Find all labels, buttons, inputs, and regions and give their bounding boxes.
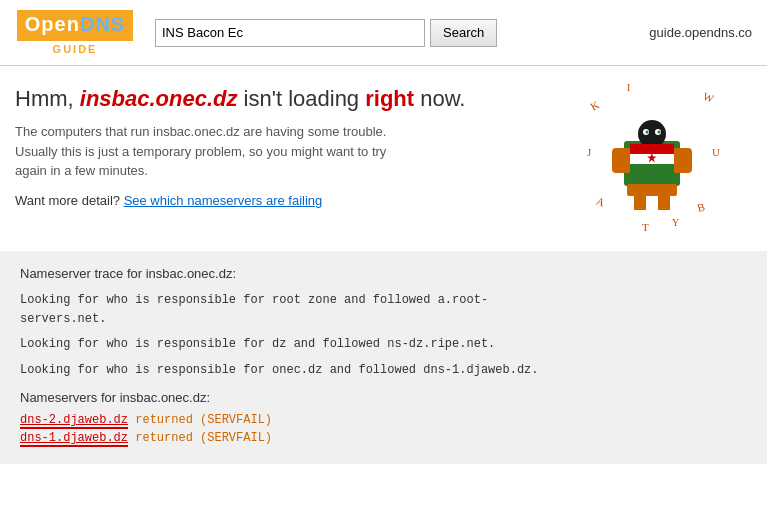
ns-error-2-result: returned (SERVFAIL) <box>128 431 272 445</box>
svg-text:K: K <box>588 98 601 112</box>
right-word: right <box>365 86 414 111</box>
main-content: Hmm, insbac.onec.dz isn't loading right … <box>0 66 767 236</box>
svg-rect-9 <box>630 144 674 154</box>
ns-error-2: dns-1.djaweb.dz returned (SERVFAIL) <box>20 431 747 445</box>
trace-lines: Looking for who is responsible for root … <box>20 291 747 380</box>
svg-point-6 <box>646 131 649 134</box>
description-text: The computers that run insbac.onec.dz ar… <box>15 122 395 181</box>
svg-rect-23 <box>634 194 646 210</box>
dns2-link[interactable]: dns-2.djaweb.dz <box>20 413 128 429</box>
svg-rect-2 <box>672 148 692 173</box>
svg-text:U: U <box>712 146 720 158</box>
svg-text:Y: Y <box>672 217 679 228</box>
svg-text:T: T <box>642 221 649 233</box>
dns1-link[interactable]: dns-1.djaweb.dz <box>20 431 128 447</box>
ns-error-1: dns-2.djaweb.dz returned (SERVFAIL) <box>20 413 747 427</box>
opendns-logo-svg: K W J U A B T I Y <box>572 76 732 236</box>
guide-link-label: guide.opendns.co <box>649 25 752 40</box>
trace-line-2: Looking for who is responsible for dz an… <box>20 335 747 354</box>
trace-line-1: Looking for who is responsible for root … <box>20 291 747 329</box>
trace-box: Nameserver trace for insbac.onec.dz: Loo… <box>0 251 767 464</box>
header: OpenDNS GUIDE Search guide.opendns.co <box>0 0 767 66</box>
svg-rect-24 <box>658 194 670 210</box>
trace-line-3: Looking for who is responsible for onec.… <box>20 361 747 380</box>
ns-section-title: Nameservers for insbac.onec.dz: <box>20 390 747 405</box>
logo-guide-text: GUIDE <box>53 43 98 55</box>
title-mid: isn't loading <box>237 86 365 111</box>
svg-point-3 <box>638 120 666 148</box>
more-detail-prefix: Want more detail? <box>15 193 124 208</box>
title-suffix: now. <box>414 86 465 111</box>
svg-text:J: J <box>587 146 592 158</box>
svg-rect-11 <box>630 164 674 174</box>
svg-text:A: A <box>595 195 607 209</box>
more-detail: Want more detail? See which nameservers … <box>15 193 552 208</box>
right-logo: K W J U A B T I Y <box>552 76 752 236</box>
guide-link[interactable]: guide.opendns.co <box>649 25 752 40</box>
svg-text:B: B <box>696 201 706 214</box>
left-content: Hmm, insbac.onec.dz isn't loading right … <box>15 86 552 228</box>
title-prefix: Hmm, <box>15 86 80 111</box>
svg-text:W: W <box>702 90 716 105</box>
ns-error-1-result: returned (SERVFAIL) <box>128 413 272 427</box>
logo-box: OpenDNS <box>17 10 133 41</box>
guide-link-area: guide.opendns.co <box>649 25 752 40</box>
search-area: Search <box>155 19 649 47</box>
svg-rect-1 <box>612 148 632 173</box>
domain-name: insbac.onec.dz <box>80 86 238 111</box>
logo-text: OpenDNS <box>25 13 125 35</box>
search-button[interactable]: Search <box>430 19 497 47</box>
svg-text:I: I <box>627 82 630 93</box>
ns-errors: dns-2.djaweb.dz returned (SERVFAIL) dns-… <box>20 413 747 445</box>
content-row: Hmm, insbac.onec.dz isn't loading right … <box>15 86 752 236</box>
nameservers-link[interactable]: See which nameservers are failing <box>124 193 323 208</box>
logo-area: OpenDNS GUIDE <box>15 10 135 55</box>
search-input[interactable] <box>155 19 425 47</box>
trace-title: Nameserver trace for insbac.onec.dz: <box>20 266 747 281</box>
svg-point-7 <box>658 131 661 134</box>
page-title: Hmm, insbac.onec.dz isn't loading right … <box>15 86 552 112</box>
